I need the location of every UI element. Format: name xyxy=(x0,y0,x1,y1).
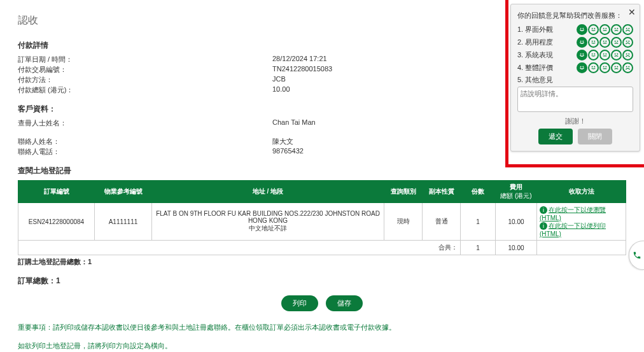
face-icon[interactable] xyxy=(611,37,622,48)
svg-point-24 xyxy=(603,53,604,54)
feedback-close-button[interactable]: 關閉 xyxy=(578,129,612,144)
fb-faces-4 xyxy=(576,62,633,73)
order-table: 訂單編號 物業參考編號 地址 / 地段 查詢類別 副本性質 份數 費用 總額 (… xyxy=(18,180,626,255)
th-fee: 費用 總額 (港元) xyxy=(496,181,537,203)
td-collect: i在此按一下以便瀏覽 (HTML) i在此按一下以便列印 (HTML) xyxy=(537,203,626,241)
svg-point-28 xyxy=(626,53,627,54)
svg-point-5 xyxy=(606,28,606,29)
link-view-html[interactable]: 在此按一下以便瀏覽 (HTML) xyxy=(540,206,606,222)
svg-point-1 xyxy=(583,28,584,29)
svg-point-25 xyxy=(606,53,606,54)
table-total-row: 合共： 1 10.00 xyxy=(18,241,626,255)
face-icon[interactable] xyxy=(622,37,633,48)
th-fee-sub: 總額 (港元) xyxy=(498,192,534,201)
face-icon[interactable] xyxy=(577,50,587,60)
feedback-panel: ✕ 你的回饋意見幫助我們改善服務： 1. 界面外觀 2. 易用程度 3. 系統表… xyxy=(510,4,640,151)
svg-point-23 xyxy=(594,53,595,54)
face-icon[interactable] xyxy=(611,24,622,35)
svg-point-39 xyxy=(629,66,629,67)
svg-point-36 xyxy=(615,66,615,67)
th-enq-type: 查詢類別 xyxy=(384,181,423,203)
svg-point-14 xyxy=(603,41,604,41)
fb-item-1: 1. 界面外觀 xyxy=(517,25,576,34)
face-icon[interactable] xyxy=(611,62,622,73)
svg-point-35 xyxy=(606,66,606,67)
svg-point-20 xyxy=(580,53,581,54)
order-datetime-key: 訂單日期 / 時間： xyxy=(18,55,272,64)
table-row: ESN241228000084 A1111111 FLAT B ON 9TH F… xyxy=(18,203,626,241)
face-icon[interactable] xyxy=(599,24,610,35)
svg-point-7 xyxy=(617,28,618,29)
face-icon[interactable] xyxy=(577,62,587,73)
fb-item-5: 5. 其他意見 xyxy=(517,75,633,85)
svg-point-18 xyxy=(626,41,627,41)
svg-point-9 xyxy=(629,28,629,29)
svg-point-21 xyxy=(583,53,584,54)
td-order-no: ESN241228000084 xyxy=(18,203,95,241)
svg-point-3 xyxy=(594,28,595,29)
face-icon[interactable] xyxy=(599,37,610,48)
face-icon[interactable] xyxy=(588,62,599,73)
svg-point-19 xyxy=(629,41,629,41)
face-icon[interactable] xyxy=(599,50,610,60)
td-copies: 1 xyxy=(461,203,496,241)
td-total-label: 合共： xyxy=(18,241,461,255)
svg-point-2 xyxy=(592,28,592,29)
info-icon: i xyxy=(540,222,547,230)
svg-point-26 xyxy=(615,53,615,54)
face-icon[interactable] xyxy=(577,37,587,48)
face-icon[interactable] xyxy=(577,24,587,35)
note-important: 重要事項：請列印或儲存本認收書以便日後參考和與土地註冊處聯絡。在櫃位領取訂單必須… xyxy=(18,321,626,334)
face-icon[interactable] xyxy=(588,37,599,48)
face-icon[interactable] xyxy=(622,50,633,60)
svg-point-13 xyxy=(594,41,595,41)
svg-point-16 xyxy=(615,41,615,41)
svg-point-33 xyxy=(594,66,595,67)
save-button[interactable]: 儲存 xyxy=(326,295,363,311)
td-prop-ref: A1111111 xyxy=(95,203,152,241)
feedback-textarea[interactable] xyxy=(517,87,633,112)
face-icon[interactable] xyxy=(588,50,599,60)
order-section-heading: 查閱土地登記冊 xyxy=(18,165,626,176)
close-icon[interactable]: ✕ xyxy=(628,7,636,17)
link-print-html[interactable]: 在此按一下以便列印 (HTML) xyxy=(540,222,606,237)
td-total-fee: 10.00 xyxy=(496,241,537,255)
face-icon[interactable] xyxy=(622,24,633,35)
svg-point-17 xyxy=(617,41,618,41)
face-icon[interactable] xyxy=(599,62,610,73)
svg-point-11 xyxy=(583,41,584,41)
svg-point-22 xyxy=(592,53,592,54)
td-addr: FLAT B ON 9TH FLOOR FU KAR BUILDING NOS.… xyxy=(152,203,384,241)
svg-point-4 xyxy=(603,28,604,29)
fb-faces-3 xyxy=(576,50,633,60)
fb-item-3: 3. 系統表現 xyxy=(517,50,576,60)
svg-point-29 xyxy=(629,53,629,54)
th-copies: 份數 xyxy=(461,181,496,203)
feedback-title: 你的回饋意見幫助我們改善服務： xyxy=(517,11,633,20)
td-total-copies: 1 xyxy=(461,241,496,255)
fb-item-2: 2. 易用程度 xyxy=(517,38,576,47)
svg-point-37 xyxy=(617,66,618,67)
note-print-orientation: 如欲列印土地登記冊，請將列印方向設定為橫向。 xyxy=(18,340,626,352)
searcher-key: 查冊人士姓名： xyxy=(18,118,272,128)
td-addr-l1: FLAT B ON 9TH FLOOR FU KAR BUILDING NOS.… xyxy=(155,210,381,217)
td-enq-type: 現時 xyxy=(384,203,423,241)
phone-icon xyxy=(633,251,641,260)
face-icon[interactable] xyxy=(588,24,599,35)
svg-point-12 xyxy=(592,41,592,41)
th-fee-top: 費用 xyxy=(498,183,534,192)
fb-faces-2 xyxy=(576,37,633,48)
feedback-submit-button[interactable]: 遞交 xyxy=(538,129,573,144)
th-order-no: 訂單編號 xyxy=(18,181,95,203)
fb-faces-1 xyxy=(576,24,633,35)
total-key: 付款總額 (港元)： xyxy=(18,85,272,95)
svg-point-27 xyxy=(617,53,618,54)
contact-tel-key: 聯絡人電話： xyxy=(18,147,272,157)
print-button[interactable]: 列印 xyxy=(281,295,318,311)
svg-point-8 xyxy=(626,28,627,29)
contact-name-key: 聯絡人姓名： xyxy=(18,137,272,146)
td-total-empty xyxy=(537,241,626,255)
face-icon[interactable] xyxy=(622,62,633,73)
face-icon[interactable] xyxy=(611,50,622,60)
records-count: 訂購土地登記冊總數：1 xyxy=(18,257,626,267)
